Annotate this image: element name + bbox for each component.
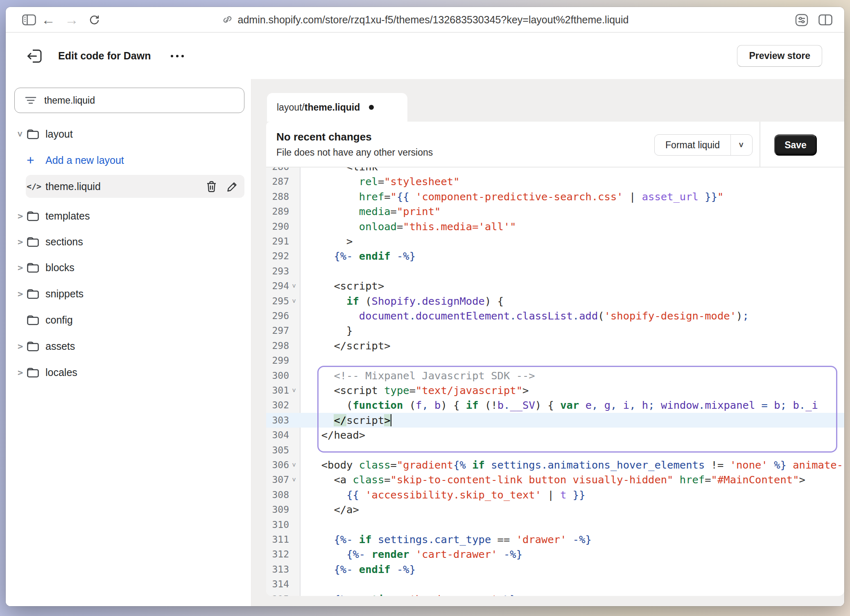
sidebar-item-layout[interactable]: >layout xyxy=(6,122,251,145)
code-line-304[interactable]: 304 </head> xyxy=(266,428,844,442)
code-line-292[interactable]: 292 {%- endif -%} xyxy=(266,249,844,263)
sidebar-item-label: theme.liquid xyxy=(45,181,101,192)
code-text: media="print" xyxy=(309,204,441,219)
line-number: 287 xyxy=(266,174,289,189)
add-new-layout-button[interactable]: +Add a new layout xyxy=(6,149,251,172)
toolbar-divider xyxy=(760,122,760,167)
folder-icon xyxy=(27,341,39,352)
app-header: Edit code for Dawn Preview store xyxy=(6,33,844,79)
fold-chevron-icon[interactable]: > xyxy=(287,476,301,484)
code-line-311[interactable]: 311 {%- if settings.cart_type == 'drawer… xyxy=(266,532,844,547)
line-number: 298 xyxy=(266,338,289,353)
sidebar-item-blocks[interactable]: >blocks xyxy=(6,256,251,279)
editor-toolbar: No recent changes File does not have any… xyxy=(266,122,844,168)
sidebar-item-templates[interactable]: >templates xyxy=(6,204,251,227)
fold-chevron-icon[interactable]: > xyxy=(287,386,301,394)
line-number: 302 xyxy=(266,398,289,412)
line-number: 292 xyxy=(266,249,289,263)
code-line-301[interactable]: 301> <script type="text/javascript"> xyxy=(266,383,844,398)
code-line-288[interactable]: 288 href="{{ 'component-predictive-searc… xyxy=(266,189,844,204)
code-line-286[interactable]: 286 <link xyxy=(266,168,844,174)
delete-icon[interactable] xyxy=(206,181,217,192)
line-number: 304 xyxy=(266,428,289,442)
sidebar-item-sections[interactable]: >sections xyxy=(6,230,251,253)
code-text: document.documentElement.classList.add('… xyxy=(309,308,749,323)
code-line-314[interactable]: 314 xyxy=(266,577,844,591)
changes-subtitle: File does not have any other versions xyxy=(276,147,433,158)
fold-chevron-icon[interactable]: > xyxy=(287,461,301,469)
code-line-303[interactable]: 303 </script> xyxy=(266,413,844,428)
line-number: 291 xyxy=(266,234,289,249)
add-layout-label: Add a new layout xyxy=(45,154,124,166)
sidebar-item-label: sections xyxy=(45,236,83,248)
preview-store-button[interactable]: Preview store xyxy=(737,45,822,67)
exit-icon[interactable] xyxy=(27,33,43,79)
sidebar-item-assets[interactable]: >assets xyxy=(6,335,251,358)
code-editor[interactable]: 286 <link287 rel="stylesheet"288 href="{… xyxy=(266,168,844,596)
code-line-290[interactable]: 290 onload="this.media='all'" xyxy=(266,219,844,234)
fold-chevron-icon[interactable]: > xyxy=(287,282,301,290)
code-line-310[interactable]: 310 xyxy=(266,517,844,532)
code-line-293[interactable]: 293 xyxy=(266,264,844,279)
code-line-307[interactable]: 307> <a class="skip-to-content-link butt… xyxy=(266,472,844,487)
file-search-input[interactable]: theme.liquid xyxy=(14,88,244,113)
code-line-306[interactable]: 306> <body class="gradient{% if settings… xyxy=(266,457,844,472)
code-line-299[interactable]: 299 xyxy=(266,353,844,368)
format-liquid-label: Format liquid xyxy=(655,135,730,155)
save-button[interactable]: Save xyxy=(774,134,817,156)
code-line-305[interactable]: 305 xyxy=(266,443,844,457)
line-number: 313 xyxy=(266,562,289,577)
code-line-294[interactable]: 294> <script> xyxy=(266,279,844,293)
code-line-300[interactable]: 300 <!-- Mixpanel Javascript SDK --> xyxy=(266,368,844,383)
url-text[interactable]: admin.shopify.com/store/rzq1xu-f5/themes… xyxy=(238,14,629,26)
line-number: 295 xyxy=(266,294,289,308)
folder-icon xyxy=(27,315,39,326)
folder-icon xyxy=(27,129,39,140)
tab-theme-liquid[interactable]: layout/theme.liquid xyxy=(267,93,407,122)
code-line-298[interactable]: 298 </script> xyxy=(266,338,844,353)
search-value: theme.liquid xyxy=(44,95,95,106)
sidebar-item-theme-liquid[interactable]: </>theme.liquid xyxy=(6,175,251,198)
split-view-icon[interactable] xyxy=(817,7,834,33)
code-file-icon: </> xyxy=(27,181,41,191)
code-line-315[interactable]: 315 {% sections 'header-group' %} xyxy=(266,592,844,596)
code-text: (function (f, b) { if (!b.__SV) { var e,… xyxy=(309,398,818,412)
sidebar-item-label: snippets xyxy=(45,288,84,300)
code-text: > xyxy=(309,234,353,249)
line-number: 290 xyxy=(266,219,289,234)
sidebar-item-locales[interactable]: >locales xyxy=(6,361,251,384)
code-line-291[interactable]: 291 > xyxy=(266,234,844,249)
code-line-309[interactable]: 309 </a> xyxy=(266,502,844,517)
code-text: <!-- Mixpanel Javascript SDK --> xyxy=(309,368,535,383)
chevron-down-icon[interactable]: > xyxy=(730,135,752,155)
more-actions-icon[interactable] xyxy=(171,33,184,79)
fold-chevron-icon[interactable]: > xyxy=(287,297,301,305)
line-number: 288 xyxy=(266,189,289,204)
code-line-308[interactable]: 308 {{ 'accessibility.skip_to_text' | t … xyxy=(266,487,844,502)
tab-path-prefix: layout/ xyxy=(277,102,305,113)
code-text: <script> xyxy=(309,279,384,293)
sidebar-item-config[interactable]: config xyxy=(6,308,251,331)
code-line-296[interactable]: 296 document.documentElement.classList.a… xyxy=(266,308,844,323)
code-text: </head> xyxy=(309,428,365,442)
sidebar-item-snippets[interactable]: >snippets xyxy=(6,282,251,305)
code-text: } xyxy=(309,323,353,338)
code-text: href="{{ 'component-predictive-search.cs… xyxy=(309,189,723,204)
code-line-313[interactable]: 313 {%- endif -%} xyxy=(266,562,844,577)
link-icon xyxy=(222,15,232,25)
code-line-289[interactable]: 289 media="print" xyxy=(266,204,844,219)
code-line-297[interactable]: 297 } xyxy=(266,323,844,338)
line-number: 309 xyxy=(266,502,289,517)
code-line-312[interactable]: 312 {%- render 'cart-drawer' -%} xyxy=(266,547,844,562)
edit-icon[interactable] xyxy=(226,181,238,192)
code-line-295[interactable]: 295> if (Shopify.designMode) { xyxy=(266,294,844,308)
line-number: 293 xyxy=(266,264,289,279)
code-text: {% sections 'header-group' %} xyxy=(309,592,516,596)
extensions-icon[interactable] xyxy=(793,7,810,33)
code-line-302[interactable]: 302 (function (f, b) { if (!b.__SV) { va… xyxy=(266,398,844,412)
line-number: 303 xyxy=(266,413,289,428)
format-liquid-button[interactable]: Format liquid > xyxy=(654,134,753,156)
changes-title: No recent changes xyxy=(276,131,372,143)
code-line-287[interactable]: 287 rel="stylesheet" xyxy=(266,174,844,189)
code-text: </script> xyxy=(309,338,391,353)
